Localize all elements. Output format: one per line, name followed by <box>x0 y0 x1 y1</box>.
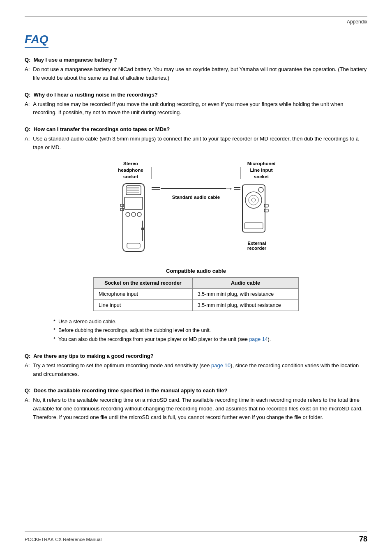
svg-rect-14 <box>141 228 145 230</box>
svg-point-7 <box>126 212 130 216</box>
question-1: Q: May I use a manganese battery ? <box>25 57 367 63</box>
question-2: Q: Why do I hear a rustling noise in the… <box>25 92 367 98</box>
svg-point-9 <box>137 212 141 216</box>
note-3: You can also dub the recordings from you… <box>53 335 367 344</box>
left-device-area: Stereo headphone socket <box>114 160 152 260</box>
table-header-row: Socket on the external recorder Audio ca… <box>94 278 299 289</box>
cable-arrow: → <box>226 185 233 192</box>
cable-line-top <box>152 187 160 188</box>
mic-label-row: Microphone/ Line input socket <box>240 160 278 180</box>
answer-text-5: No, it refers to the available recording… <box>33 396 367 421</box>
a-prefix-4: A: <box>25 362 30 379</box>
stereo-label-row: Stereo headphone socket <box>114 160 152 180</box>
cable-row: → <box>152 185 240 192</box>
svg-point-18 <box>251 198 256 202</box>
svg-rect-12 <box>127 243 140 248</box>
footer: POCKETRAK CX Reference Manual 78 <box>25 531 367 543</box>
mic-label: Microphone/ Line input socket <box>245 160 278 180</box>
compatible-section: Compatible audio cable Socket on the ext… <box>25 268 367 344</box>
faq-title: FAQ <box>25 33 48 48</box>
recorder-device-svg <box>115 182 152 260</box>
qa-section-5: Q: Does the available recording time spe… <box>25 387 367 421</box>
note-1: Use a stereo audio cable. <box>53 318 367 326</box>
q-prefix-4: Q: <box>25 353 30 359</box>
a-prefix-2: A: <box>25 100 30 117</box>
question-text-5: Does the available recording time specif… <box>34 387 228 394</box>
table-row: Microphone input 3.5-mm mini plug, with … <box>94 289 299 300</box>
svg-rect-22 <box>244 223 263 229</box>
svg-point-17 <box>249 195 258 205</box>
svg-point-19 <box>258 187 263 192</box>
answer-text-1: Do not use a manganese battery or NiCad … <box>33 65 367 83</box>
question-text-2: Why do I hear a rustling noise in the re… <box>34 92 158 98</box>
top-bar: Appendix <box>25 16 367 25</box>
svg-rect-1 <box>126 186 141 195</box>
page: Appendix FAQ Q: May I use a manganese ba… <box>0 0 392 555</box>
footer-title: POCKETRAK CX Reference Manual <box>25 537 101 542</box>
external-label: External recorder <box>240 241 273 251</box>
answer-text-4: Try a test recording to set the optimum … <box>33 362 367 379</box>
a-prefix-3: A: <box>25 135 30 152</box>
svg-point-8 <box>131 212 136 216</box>
table-cell-socket-1: Microphone input <box>94 289 193 300</box>
cable-end-lines <box>234 187 240 190</box>
svg-point-16 <box>245 192 262 208</box>
a-prefix-1: A: <box>25 65 30 83</box>
external-recorder-svg <box>240 182 273 239</box>
table-cell-cable-1: 3.5-mm mini plug, with resistance <box>192 289 298 300</box>
label-line-left <box>151 167 152 179</box>
a-prefix-5: A: <box>25 396 30 421</box>
question-text-4: Are there any tips to making a good reco… <box>33 353 154 359</box>
notes-list: Use a stereo audio cable. Before dubbing… <box>49 318 367 344</box>
label-line-right <box>240 167 241 179</box>
table-cell-cable-2: 3.5-mm mini plug, without resistance <box>192 300 298 311</box>
cable-end-top <box>234 187 240 188</box>
svg-rect-6 <box>125 197 143 210</box>
answer-2: A: A rustling noise may be recorded if y… <box>25 100 367 117</box>
answer-text-3: Use a standard audio cable (with 3.5mm m… <box>33 135 367 152</box>
question-4: Q: Are there any tips to making a good r… <box>25 353 367 359</box>
qa-section-2: Q: Why do I hear a rustling noise in the… <box>25 92 367 117</box>
table-header-cable: Audio cable <box>192 278 298 289</box>
qa-section-4: Q: Are there any tips to making a good r… <box>25 353 367 379</box>
table-row: Line input 3.5-mm mini plug, without res… <box>94 300 299 311</box>
section-title: Appendix <box>347 19 367 25</box>
cable-line-bottom <box>152 189 160 190</box>
question-5: Q: Does the available recording time spe… <box>25 387 367 394</box>
qa-section-1: Q: May I use a manganese battery ? A: Do… <box>25 57 367 83</box>
question-text-1: May I use a manganese battery ? <box>34 57 117 63</box>
question-text-3: How can I transfer the recordings onto t… <box>34 126 170 132</box>
note-2: Before dubbing the recordings, adjust th… <box>53 326 367 335</box>
q-prefix-2: Q: <box>25 92 30 98</box>
table-header-socket: Socket on the external recorder <box>94 278 193 289</box>
compatible-table: Socket on the external recorder Audio ca… <box>93 277 299 311</box>
compatible-title: Compatible audio cable <box>25 268 367 274</box>
cable-end-bottom <box>234 189 240 190</box>
diagram: Stereo headphone socket <box>25 160 367 260</box>
q-prefix-5: Q: <box>25 387 30 394</box>
q4-link[interactable]: page 10 <box>211 362 231 368</box>
q-prefix-1: Q: <box>25 57 30 63</box>
note-link[interactable]: page 14 <box>249 336 267 342</box>
question-3: Q: How can I transfer the recordings ont… <box>25 126 367 132</box>
page-number: 78 <box>359 535 367 543</box>
q-prefix-3: Q: <box>25 126 30 132</box>
stereo-label: Stereo headphone socket <box>114 160 147 180</box>
cable-label: Standard audio cable <box>172 195 220 200</box>
qa-section-3: Q: How can I transfer the recordings ont… <box>25 126 367 344</box>
table-cell-socket-2: Line input <box>94 300 193 311</box>
right-device-area: Microphone/ Line input socket <box>240 160 278 251</box>
answer-5: A: No, it refers to the available record… <box>25 396 367 421</box>
answer-3: A: Use a standard audio cable (with 3.5m… <box>25 135 367 152</box>
answer-text-2: A rustling noise may be recorded if you … <box>33 100 367 117</box>
answer-1: A: Do not use a manganese battery or NiC… <box>25 65 367 83</box>
cable-main-line <box>161 188 226 189</box>
cable-area: → Standard audio cable <box>152 185 240 200</box>
answer-4: A: Try a test recording to set the optim… <box>25 362 367 379</box>
cable-start-lines <box>152 187 160 190</box>
